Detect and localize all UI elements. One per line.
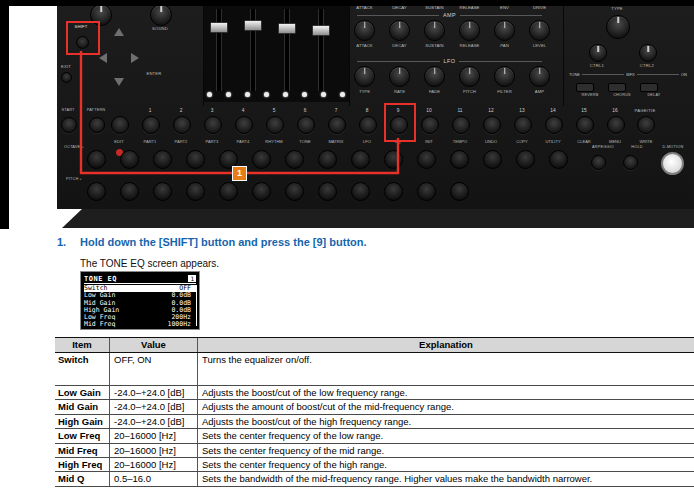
- cell-explanation: Sets the center frequency of the high ra…: [198, 458, 694, 471]
- shift-highlight-box: [66, 21, 100, 55]
- cell-item: High Freq: [55, 458, 110, 471]
- table-row-mid-gain: Mid Gain-24.0–+24.0 [dB]Adjusts the amou…: [55, 400, 694, 414]
- function-label-lfo: LFO: [352, 139, 382, 144]
- lcd-screen: TONE EQ 1 SwitchOFFLow Gain0.0dBMid Gain…: [80, 271, 200, 330]
- cell-explanation: Adjusts the boost/cut of the high freque…: [198, 415, 694, 428]
- fx-label-chorus: CHORUS: [606, 93, 638, 98]
- step-number-15: 15: [574, 108, 594, 113]
- function-label-tone: TONE: [290, 139, 320, 144]
- table-row-low-freq: Low Freq20–16000 [Hz]Sets the center fre…: [55, 429, 694, 443]
- step-number-14: 14: [543, 108, 563, 113]
- function-label-matrix: MATRIX: [321, 139, 351, 144]
- step-button-12: [483, 116, 501, 134]
- lcd-title: TONE EQ: [84, 275, 117, 283]
- callout-number-badge: 1: [232, 166, 247, 181]
- cell-value: -24.0–+24.0 [dB]: [110, 415, 198, 428]
- step-number-text: 1.: [57, 236, 66, 248]
- step-number-1: 1: [140, 108, 160, 113]
- step-button-10: [421, 116, 439, 134]
- step-number-2: 2: [171, 108, 191, 113]
- page-tie-label: PAGE/TIE: [625, 108, 665, 113]
- step-number-6: 6: [295, 108, 315, 113]
- step-button-4: [235, 116, 253, 134]
- photo-left-edge: [0, 0, 9, 229]
- table-row-switch: SwitchOFF, ONTurns the equalizer on/off.: [55, 353, 694, 386]
- table-header-item: Item: [55, 338, 110, 352]
- parameter-table: ItemValueExplanation SwitchOFF, ONTurns …: [55, 337, 694, 487]
- step-number-13: 13: [512, 108, 532, 113]
- step-number-7: 7: [326, 108, 346, 113]
- lcd-row-mid-freq: Mid Freq1000Hz: [84, 321, 196, 328]
- cell-explanation: Sets the center frequency of the mid ran…: [198, 444, 694, 457]
- step-instruction: Hold down the [SHIFT] button and press t…: [80, 236, 367, 248]
- pitch-knob: [417, 182, 436, 201]
- octave-knob: [318, 150, 337, 169]
- page-tie-button: [637, 116, 655, 134]
- function-label-part1: PART1: [135, 139, 165, 144]
- function-label-part2: PART2: [166, 139, 196, 144]
- octave-knob: [384, 150, 403, 169]
- function-label-menu: MENU: [600, 139, 630, 144]
- table-header-value: Value: [110, 338, 198, 352]
- cell-explanation: Turns the equalizer on/off.: [198, 353, 694, 385]
- octave-knob: [417, 150, 436, 169]
- cell-item: Switch: [55, 353, 110, 385]
- lcd-parameter-list: SwitchOFFLow Gain0.0dBMid Gain0.0dBHigh …: [84, 285, 196, 329]
- cell-explanation: Sets the center frequency of the low ran…: [198, 429, 694, 442]
- octave-knob: [186, 150, 205, 169]
- fx-label-delay: DELAY: [638, 93, 670, 98]
- step-button-1: [142, 116, 160, 134]
- pitch-knob: [219, 182, 238, 201]
- pitch-knob: [87, 182, 106, 201]
- synth-photo: SOUND SHIFT ENTER EXIT START PATTERN ATT…: [0, 0, 694, 232]
- table-row-high-freq: High Freq20–16000 [Hz]Sets the center fr…: [55, 458, 694, 472]
- function-label-utility: UTILITY: [538, 139, 568, 144]
- synth-base: [62, 209, 694, 228]
- table-header-explanation: Explanation: [198, 338, 694, 352]
- lcd-param-value: 1000Hz: [168, 321, 191, 328]
- lcd-scrollbar: [196, 285, 198, 326]
- pitch-knob: [384, 182, 403, 201]
- step-button-2: [173, 116, 191, 134]
- cell-item: Mid Q: [55, 472, 110, 485]
- pitch-knob: [153, 182, 172, 201]
- step-number-11: 11: [450, 108, 470, 113]
- function-label-undo: UNDO: [476, 139, 506, 144]
- cell-explanation: Adjusts the boost/cut of the low frequen…: [198, 386, 694, 399]
- table-body: SwitchOFF, ONTurns the equalizer on/off.…: [55, 353, 694, 487]
- cell-value: 20–16000 [Hz]: [110, 429, 198, 442]
- step-button-6: [297, 116, 315, 134]
- table-row-high-gain: High Gain-24.0–+24.0 [dB]Adjusts the boo…: [55, 415, 694, 429]
- octave-knob: [549, 150, 568, 169]
- octave-knob: [120, 150, 139, 169]
- step-button-15: [576, 116, 594, 134]
- manual-page: SOUND SHIFT ENTER EXIT START PATTERN ATT…: [0, 0, 694, 500]
- cell-value: OFF, ON: [110, 353, 198, 385]
- table-header-row: ItemValueExplanation: [55, 337, 694, 353]
- cell-item: Mid Freq: [55, 444, 110, 457]
- cell-explanation: Sets the bandwidth of the mid-frequency …: [198, 472, 694, 485]
- step-number-3: 3: [202, 108, 222, 113]
- cell-item: Low Gain: [55, 386, 110, 399]
- function-label-tempo: TEMPO: [445, 139, 475, 144]
- cell-item: High Gain: [55, 415, 110, 428]
- table-row-low-gain: Low Gain-24.0–+24.0 [dB]Adjusts the boos…: [55, 386, 694, 400]
- lcd-page-indicator: 1: [188, 275, 196, 282]
- fx-label-reverb: REVERB: [574, 93, 606, 98]
- step-number-10: 10: [419, 108, 439, 113]
- cell-item: Mid Gain: [55, 400, 110, 413]
- step-button-8: [359, 116, 377, 134]
- function-label-part3: PART3: [197, 139, 227, 144]
- synth-panel: SOUND SHIFT ENTER EXIT START PATTERN ATT…: [57, 6, 694, 209]
- pitch-knob: [450, 182, 469, 201]
- step-number-12: 12: [481, 108, 501, 113]
- step-number-4: 4: [233, 108, 253, 113]
- function-label-copy: COPY: [507, 139, 537, 144]
- cell-value: -24.0–+24.0 [dB]: [110, 386, 198, 399]
- step-button-13: [514, 116, 532, 134]
- cell-value: 20–16000 [Hz]: [110, 458, 198, 471]
- octave-knob: [351, 150, 370, 169]
- table-row-mid-freq: Mid Freq20–16000 [Hz]Sets the center fre…: [55, 444, 694, 458]
- step-button-3: [204, 116, 222, 134]
- step-button-16: [607, 116, 625, 134]
